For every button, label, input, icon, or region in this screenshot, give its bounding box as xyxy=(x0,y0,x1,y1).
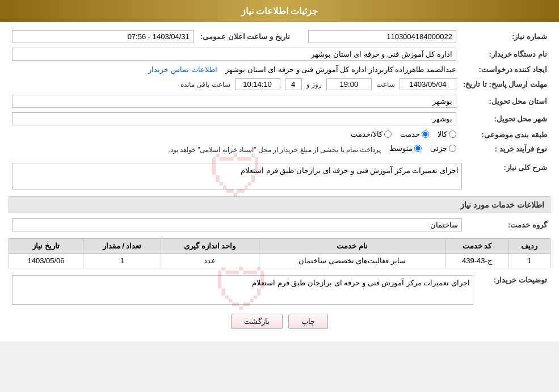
tabaqe-row: طبقه بندی موضوعی: کالا خدمت xyxy=(9,128,550,142)
dastgah-value-box: اداره کل آموزش فنی و حرفه ای استان بوشهر xyxy=(12,48,456,61)
cell-radif: 1 xyxy=(508,254,550,268)
gorohe-table: گروه خدمت: ساختمان xyxy=(9,216,550,234)
cell-kod: ج-43-439 xyxy=(445,254,508,268)
sharh-label: شرح کلی نیاز: xyxy=(503,163,547,172)
tabaqe-khadamat-radio[interactable] xyxy=(422,130,429,138)
mohlat-saeat-box: 19:00 xyxy=(326,78,372,90)
farayand-jozi-label: جزئی xyxy=(430,144,447,153)
gorohe-label: گروه خدمت: xyxy=(465,216,550,234)
farayand-motevaset[interactable]: متوسط xyxy=(389,144,422,153)
farayand-label: نوع فرآیند خرید : xyxy=(460,142,550,156)
gorohe-value-box: ساختمان xyxy=(12,218,462,231)
tosif-table: توضیحات خریدار: 🛡 اجرای تعمیرات مرکز آمو… xyxy=(9,273,550,307)
cell-name: سایر فعالیت‌های تخصصی ساختمان xyxy=(259,254,445,268)
tabaqe-kala-label: کالا xyxy=(438,130,447,138)
sharh-table: شرح کلی نیاز: 🛡 اجرای تعمیرات مرکز آموزش… xyxy=(9,161,550,192)
services-table: ردیف کد خدمت نام خدمت واحد اندازه گیری ت… xyxy=(9,238,550,268)
farayand-jozi[interactable]: جزئی xyxy=(430,144,456,153)
tabaqe-label: طبقه بندی موضوعی: xyxy=(460,128,550,142)
tabaqe-kala-radio[interactable] xyxy=(449,130,456,138)
ostan-value-box: بوشهر xyxy=(12,95,456,108)
col-tarikh: تاریخ نیاز xyxy=(9,239,83,254)
mohlat-date-box: 1403/05/04 xyxy=(400,78,456,90)
tarikh-saeat-label: تاریخ و ساعت اعلان عمومی: xyxy=(197,28,293,45)
dastgah-label: نام دستگاه خریدار: xyxy=(460,45,550,63)
farayand-row: نوع فرآیند خرید : جزئی متوسط پرداخت xyxy=(9,142,550,156)
tabaqe-khadamat-label: خدمت xyxy=(400,130,420,138)
page-header: جزئیات اطلاعات نیاز xyxy=(0,0,559,22)
shomare-value-cell: 1103004184000022 xyxy=(305,28,460,45)
dastgah-row: نام دستگاه خریدار: اداره کل آموزش فنی و … xyxy=(9,45,550,63)
tosif-label-cell: توضیحات خریدار: xyxy=(477,273,550,307)
tabaqe-khadamat[interactable]: خدمت xyxy=(400,130,429,138)
ijad-value-cell: عبدالصمد طاهرزاده کاربرداز اداره کل آموز… xyxy=(9,63,460,76)
tarikh-saeat-value: 1403/04/31 - 07:56 xyxy=(12,30,194,43)
col-vahed: واحد اندازه گیری xyxy=(161,239,259,254)
farayand-jozi-radio[interactable] xyxy=(449,145,456,152)
shomare-row: شماره نیاز: 1103004184000022 تاریخ و ساع… xyxy=(9,28,550,45)
shomare-label: شماره نیاز: xyxy=(460,28,550,45)
ijad-row: ایجاد کننده درخواست: عبدالصمد طاهرزاده ک… xyxy=(9,63,550,76)
col-tedad: تعداد / مقدار xyxy=(83,239,161,254)
mohlat-row-flex: 1403/05/04 ساعت 19:00 روز و 4 10:14:10 س… xyxy=(12,78,456,90)
ostan-value-cell: بوشهر xyxy=(9,92,460,110)
cell-tedad: 1 xyxy=(83,254,161,268)
cell-tarikh: 1403/05/06 xyxy=(9,254,83,268)
table-head: ردیف کد خدمت نام خدمت واحد اندازه گیری ت… xyxy=(9,239,550,254)
farayand-value-cell: جزئی متوسط پرداخت تمام یا بخشی از مبلغ خ… xyxy=(9,142,460,156)
table-header-row: ردیف کد خدمت نام خدمت واحد اندازه گیری ت… xyxy=(9,239,550,254)
sharh-box-container: 🛡 اجرای تعمیرات مرکز آموزش فنی و حرفه ای… xyxy=(12,163,462,189)
shomare-value-box: 1103004184000022 xyxy=(308,30,456,43)
farayand-motevaset-label: متوسط xyxy=(389,144,413,153)
tamas-link[interactable]: اطلاعات تماس خریدار xyxy=(148,65,217,74)
content-area: شماره نیاز: 1103004184000022 تاریخ و ساع… xyxy=(0,22,559,342)
ijad-value: عبدالصمد طاهرزاده کاربرداز اداره کل آموز… xyxy=(225,65,456,74)
mohlat-rooz-box: 4 xyxy=(285,78,302,90)
ijad-label: ایجاد کننده درخواست: xyxy=(460,63,550,76)
tabaqe-kala-khadamat-radio[interactable] xyxy=(384,130,392,138)
col-radif: ردیف xyxy=(508,239,550,254)
mohlat-baqi-label: ساعت باقی مانده xyxy=(180,81,230,88)
farayand-motevaset-radio[interactable] xyxy=(414,145,422,152)
page-title: جزئیات اطلاعات نیاز xyxy=(241,6,318,16)
mohlat-label: مهلت ارسال پاسخ: تا تاریخ: xyxy=(460,76,550,92)
gorohe-row: گروه خدمت: ساختمان xyxy=(9,216,550,234)
cell-vahed: عدد xyxy=(161,254,259,268)
tarikh-saeat-cell: 1403/04/31 - 07:56 xyxy=(9,28,197,45)
mohlat-baqi-box: 10:14:10 xyxy=(235,78,280,90)
col-kod: کد خدمت xyxy=(445,239,508,254)
info-table: شماره نیاز: 1103004184000022 تاریخ و ساع… xyxy=(9,28,550,156)
shahr-value-box: بوشهر xyxy=(12,112,456,125)
tabaqe-value-cell: کالا خدمت کالا/خدمت xyxy=(9,128,460,142)
ostan-label: استان محل تحویل: xyxy=(460,92,550,110)
print-button[interactable]: چاپ xyxy=(288,314,328,329)
sharh-value: اجرای تعمیرات مرکز آموزش فنی و حرفه ای ب… xyxy=(12,163,461,189)
tosif-box-container: 🛡 اجرای تعمیرات مرکز آموزش فنی و حرفه ای… xyxy=(12,275,473,305)
table-body: 1 ج-43-439 سایر فعالیت‌های تخصصی ساختمان… xyxy=(9,254,550,268)
tosif-label: توضیحات خریدار: xyxy=(494,276,547,284)
tabaqe-kala[interactable]: کالا xyxy=(438,130,456,138)
tabaqe-kala-khadamat[interactable]: کالا/خدمت xyxy=(351,130,392,138)
shahr-row: شهر محل تحویل: بوشهر xyxy=(9,110,550,128)
farayand-radio-group: جزئی متوسط xyxy=(389,144,456,153)
tabaqe-kala-khadamat-label: کالا/خدمت xyxy=(351,130,383,138)
sharh-label-cell: شرح کلی نیاز: xyxy=(465,161,550,192)
tosif-value: اجرای تعمیرات مرکز آموزش فنی و حرفه ای ب… xyxy=(12,276,473,304)
shahr-value-cell: بوشهر xyxy=(9,110,460,128)
back-button[interactable]: بازگشت xyxy=(231,314,283,329)
ostan-row: استان محل تحویل: بوشهر xyxy=(9,92,550,110)
mohlat-row: مهلت ارسال پاسخ: تا تاریخ: 1403/05/04 سا… xyxy=(9,76,550,92)
mohlat-value-cell: 1403/05/04 ساعت 19:00 روز و 4 10:14:10 س… xyxy=(9,76,460,92)
dastgah-value-cell: اداره کل آموزش فنی و حرفه ای استان بوشهر xyxy=(9,45,460,63)
sharh-section: شرح کلی نیاز: 🛡 اجرای تعمیرات مرکز آموزش… xyxy=(9,161,550,192)
buttons-row: چاپ بازگشت xyxy=(9,314,550,329)
table-row: 1 ج-43-439 سایر فعالیت‌های تخصصی ساختمان… xyxy=(9,254,550,268)
col-name: نام خدمت xyxy=(259,239,445,254)
sharh-row: شرح کلی نیاز: 🛡 اجرای تعمیرات مرکز آموزش… xyxy=(9,161,550,192)
sharh-value-cell: 🛡 اجرای تعمیرات مرکز آموزش فنی و حرفه ای… xyxy=(9,161,465,192)
gorohe-value-cell: ساختمان xyxy=(9,216,465,234)
tosif-value-cell: 🛡 اجرای تعمیرات مرکز آموزش فنی و حرفه ای… xyxy=(9,273,477,307)
mohlat-saeat-label: ساعت xyxy=(376,81,395,88)
tosif-row: توضیحات خریدار: 🛡 اجرای تعمیرات مرکز آمو… xyxy=(9,273,550,307)
tabaqe-radio-group: کالا خدمت کالا/خدمت xyxy=(351,130,456,138)
